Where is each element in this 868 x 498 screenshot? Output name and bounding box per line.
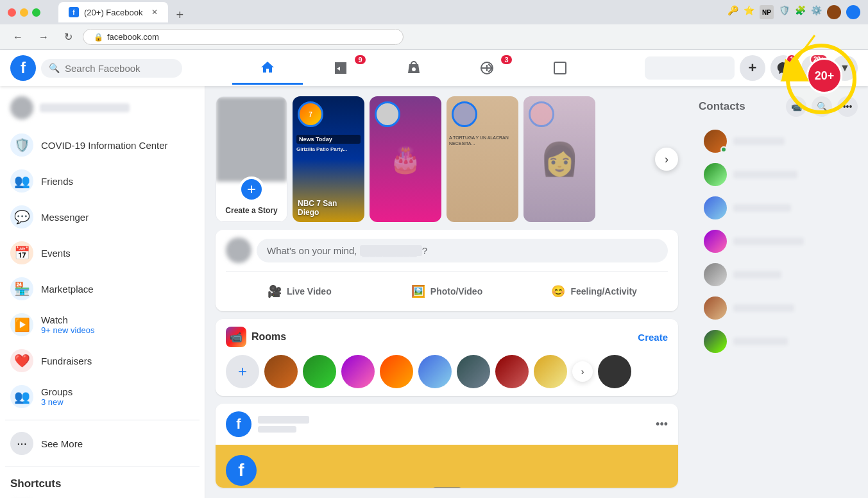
sidebar-see-more[interactable]: ⋯ See More [5,425,200,461]
room-avatar-6[interactable] [457,355,490,388]
create-story-card[interactable]: + Create a Story [216,96,287,222]
traffic-light-green[interactable] [32,8,40,17]
contact-item-4[interactable] [699,225,858,258]
sidebar-item-watch-sub: 9+ new videos [41,325,94,335]
search-bar[interactable]: 🔍 [41,59,182,78]
contact-item-2[interactable] [699,158,858,191]
sidebar-item-groups[interactable]: 👥 Groups 3 new [5,379,200,415]
main-content: 🛡️ COVID-19 Information Center 👥 Friends… [0,86,868,498]
ext-gear-icon[interactable]: ⚙️ [811,5,822,19]
room-add-button[interactable]: + [226,355,259,388]
reload-button[interactable]: ↻ [59,28,78,46]
ext-puzzle-icon[interactable]: 🧩 [795,5,806,19]
sidebar-item-messenger-label: Messenger [41,212,89,223]
tab-marketplace[interactable] [379,51,449,85]
tab-gaming[interactable]: 3 [452,51,522,85]
search-input[interactable] [65,63,174,74]
traffic-light-red[interactable] [8,8,16,17]
stories-section: + Create a Story 7 News Today Girlzilla … [216,96,678,222]
story-3[interactable]: 🎂 [370,96,441,222]
composer-action-feeling[interactable]: 😊 Feeling/Activity [520,279,668,304]
sidebar-user-profile[interactable] [5,91,200,125]
tab-close-icon[interactable]: ✕ [151,8,158,17]
watch-badge: 9 [355,55,365,64]
room-avatar-1[interactable] [264,355,298,388]
room-avatar-4[interactable] [380,355,413,388]
ext-profile-icon[interactable] [827,5,841,19]
sidebar-item-marketplace-label: Marketplace [41,284,94,295]
room-avatar-3[interactable] [341,355,375,388]
messenger-button[interactable]: 1 [770,55,796,81]
messenger-badge: 1 [786,54,797,65]
nav-tabs: 9 3 [182,51,645,85]
address-bar[interactable]: 🔒 facebook.com [83,29,404,45]
profile-search-box [645,56,735,80]
tab-watch[interactable]: 9 [305,51,376,85]
contact-item-6[interactable] [699,291,858,325]
traffic-light-yellow[interactable] [20,8,28,17]
browser-tab[interactable]: f (20+) Facebook ✕ [58,2,168,22]
composer-action-photo[interactable]: 🖼️ Photo/Video [373,279,521,304]
ext-key-icon[interactable]: 🔑 [728,5,738,19]
sidebar-item-marketplace[interactable]: 🏪 Marketplace [5,271,200,307]
photo-label: Photo/Video [430,286,482,296]
contact-7-avatar [704,330,727,353]
sidebar-item-watch[interactable]: ▶️ Watch 9+ new videos [5,307,200,343]
ext-account-icon[interactable] [846,5,860,19]
sidebar-item-friends[interactable]: 👥 Friends [5,163,200,199]
composer-placeholder-suffix: ? [422,245,427,256]
room-avatar-2[interactable] [303,355,336,388]
contacts-more-icon[interactable]: ••• [837,96,858,117]
sidebar-item-events[interactable]: 📅 Events [5,235,200,271]
forward-button[interactable]: → [33,29,54,46]
rooms-nav-button[interactable]: › [572,361,593,382]
room-avatar-9[interactable] [598,355,631,388]
stories-next-button[interactable]: › [655,148,678,171]
contact-item-1[interactable] [699,125,858,158]
rooms-create-link[interactable]: Create [638,332,668,343]
story-5-person: 👩 [523,96,595,222]
contact-item-3[interactable] [699,191,858,225]
story-nbc[interactable]: 7 News Today Girlzilla Patio Party... NB… [293,96,364,222]
center-feed: + Create a Story 7 News Today Girlzilla … [205,86,688,498]
contact-item-7[interactable] [699,325,858,358]
ext-star-icon[interactable]: ⭐ [744,5,754,19]
story-nbc-avatar: 7 [298,101,323,127]
fb-logo: f [10,55,36,81]
back-button[interactable]: ← [8,29,28,46]
ext-shield-icon[interactable]: 🛡️ [779,5,790,19]
sidebar-item-events-label: Events [41,248,71,259]
nav-actions: + 1 20+ ▼ [645,55,858,81]
contacts-search-icon[interactable]: 🔍 [812,96,832,117]
tab-home[interactable] [232,51,303,85]
create-story-label: Create a Story [221,206,282,216]
room-avatar-8[interactable] [534,355,567,388]
post-more-button[interactable]: ••• [656,418,668,431]
sidebar-item-covid[interactable]: 🛡️ COVID-19 Information Center [5,127,200,163]
rooms-header: 📹 Rooms Create [226,327,668,347]
room-avatar-5[interactable] [418,355,452,388]
account-menu-button[interactable]: ▼ [832,55,858,81]
contact-item-5[interactable] [699,258,858,291]
new-tab-button[interactable]: + [168,8,191,22]
contacts-video-icon[interactable]: 📹 [786,96,806,117]
sidebar-item-fundraisers[interactable]: ❤️ Fundraisers [5,343,200,379]
story-4[interactable]: A TORTUGA Y UN ALACRAN NECESITA... [447,96,518,222]
search-icon: 🔍 [49,63,60,73]
tab-square[interactable] [525,51,595,85]
story-5[interactable]: 👩 [523,96,595,222]
notifications-button[interactable]: 20+ [801,55,827,81]
contact-1-avatar [704,130,727,153]
add-button[interactable]: + [740,55,765,81]
composer-input[interactable]: What's on your mind, ████████ ? [257,239,668,262]
stories-row: + Create a Story 7 News Today Girlzilla … [216,96,678,222]
facebook-app: f 🔍 9 3 [0,50,868,498]
contact-3-avatar [704,196,727,219]
story-4-text: A TORTUGA Y UN ALACRAN NECESITA... [449,135,516,146]
sidebar-item-messenger[interactable]: 💬 Messenger [5,199,200,235]
ext-np-icon[interactable]: NP [760,5,774,19]
composer-action-live[interactable]: 🎥 Live Video [226,279,373,304]
sidebar-item-fundraisers-label: Fundraisers [41,356,92,366]
room-avatar-7[interactable] [495,355,529,388]
svg-rect-1 [554,62,566,74]
